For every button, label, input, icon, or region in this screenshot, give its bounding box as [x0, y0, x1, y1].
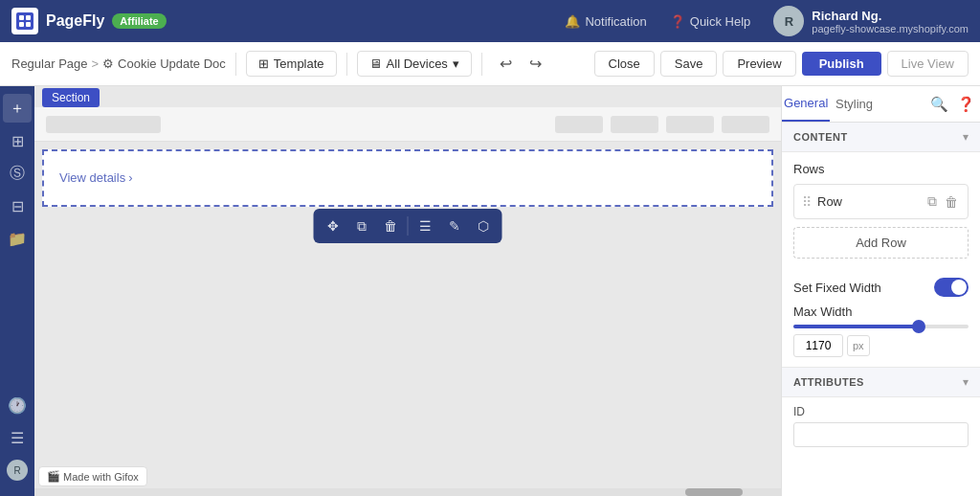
fixed-width-row: Set Fixed Width [782, 268, 980, 301]
float-move-button[interactable]: ✥ [320, 213, 346, 239]
float-edit-button[interactable]: ✎ [441, 213, 468, 239]
chevron-down-icon: ▾ [453, 56, 459, 71]
sidebar-history-icon[interactable]: 🕐 [3, 391, 32, 419]
left-sidebar: ＋ ⊞ Ⓢ ⊟ 📁 🕐 ☰ R [0, 86, 34, 496]
sidebar-avatar-small[interactable]: R [3, 456, 32, 485]
section-container[interactable]: View details › ✥ ⧉ 🗑 ☰ ✎ ⬡ [42, 149, 773, 207]
row-label: Row [817, 194, 920, 209]
notification-button[interactable]: 🔔 Notification [557, 11, 654, 33]
fixed-width-label: Set Fixed Width [793, 281, 881, 295]
toolbar-divider-2 [346, 53, 347, 76]
canvas-scrollbar[interactable] [34, 488, 781, 496]
editor-toolbar: Regular Page > ⚙ Cookie Update Doc ⊞ Tem… [0, 42, 980, 86]
section-inner: View details › [44, 151, 771, 204]
float-more-button[interactable]: ⬡ [470, 213, 497, 239]
sidebar-add-button[interactable]: ＋ [3, 94, 32, 123]
rows-content: Rows ⠿ Row ⧉ 🗑 Add Row [782, 152, 980, 268]
attributes-chevron-icon: ▾ [963, 375, 969, 389]
main-layout: ＋ ⊞ Ⓢ ⊟ 📁 🕐 ☰ R Section Vie [0, 86, 980, 496]
panel-tabs-row: General Styling 🔍 ❓ [782, 86, 980, 123]
canvas-scrollbar-thumb[interactable] [685, 488, 743, 496]
width-input-row: px [793, 334, 969, 357]
row-copy-button[interactable]: ⧉ [925, 192, 939, 212]
svg-rect-1 [19, 15, 24, 20]
content-section-header[interactable]: CONTENT ▾ [782, 123, 980, 152]
template-icon: ⊞ [258, 56, 269, 71]
header-placeholder-2 [555, 116, 603, 133]
drag-handle-icon[interactable]: ⠿ [802, 194, 812, 210]
top-navigation: PageFly Affiliate 🔔 Notification ❓ Quick… [0, 0, 980, 42]
canvas-area: Section View details › ✥ ⧉ 🗑 [34, 86, 781, 496]
header-placeholder-4 [666, 116, 714, 133]
slider-row [793, 325, 969, 328]
tab-general[interactable]: General [782, 86, 830, 122]
device-selector[interactable]: 🖥 All Devices ▾ [357, 51, 472, 77]
section-tag[interactable]: Section [42, 88, 100, 107]
user-info: R Richard Ng. pagefly-showcase.myshopify… [773, 6, 969, 36]
svg-rect-0 [16, 12, 33, 30]
gear-icon: ⚙ [102, 56, 114, 71]
undo-button[interactable]: ↩ [492, 51, 520, 77]
sidebar-folder-icon[interactable]: 📁 [3, 224, 32, 253]
logo-area: PageFly Affiliate [11, 8, 167, 34]
user-name: Richard Ng. [812, 9, 969, 23]
row-delete-button[interactable]: 🗑 [943, 192, 960, 212]
float-delete-button[interactable]: 🗑 [377, 213, 404, 239]
undo-redo-group: ↩ ↪ [492, 51, 549, 77]
toolbar-divider-3 [481, 53, 482, 76]
publish-button[interactable]: Publish [802, 52, 881, 76]
max-width-input[interactable] [793, 334, 843, 357]
row-actions: ⧉ 🗑 [925, 192, 960, 212]
float-divider [408, 216, 409, 236]
redo-button[interactable]: ↪ [522, 51, 549, 77]
sidebar-grid-icon[interactable]: ⊟ [3, 192, 32, 220]
preview-button[interactable]: Preview [723, 51, 795, 77]
pagefly-logo-icon [11, 8, 38, 34]
section-label-area: Section [34, 86, 107, 108]
svg-rect-2 [26, 15, 31, 20]
sidebar-shopify-icon[interactable]: Ⓢ [3, 159, 32, 188]
right-panel: General Styling 🔍 ❓ CONTENT ▾ Rows ⠿ Row… [781, 86, 980, 496]
quick-help-button[interactable]: ❓ Quick Help [662, 11, 759, 33]
attributes-section: ATTRIBUTES ▾ ID [782, 367, 980, 455]
max-width-section: Max Width px [782, 301, 980, 367]
float-duplicate-button[interactable]: ⧉ [348, 213, 375, 239]
panel-help-icon[interactable]: ❓ [953, 91, 980, 118]
id-input[interactable] [793, 422, 969, 447]
template-button[interactable]: ⊞ Template [246, 51, 337, 77]
id-field-section: ID [782, 397, 980, 455]
sidebar-list-icon[interactable]: ☰ [3, 423, 32, 452]
header-placeholder-5 [722, 116, 769, 133]
breadcrumb-separator: > [92, 56, 100, 71]
add-row-button[interactable]: Add Row [793, 227, 969, 259]
page-header-bar [34, 107, 781, 142]
fixed-width-toggle[interactable] [934, 278, 969, 297]
toggle-knob [951, 280, 967, 295]
breadcrumb-doc[interactable]: Cookie Update Doc [118, 56, 226, 71]
user-shop: pagefly-showcase.myshopify.com [812, 23, 969, 34]
user-details: Richard Ng. pagefly-showcase.myshopify.c… [812, 9, 969, 34]
close-button[interactable]: Close [594, 51, 655, 77]
attributes-section-header[interactable]: ATTRIBUTES ▾ [782, 368, 980, 397]
sidebar-layers-icon[interactable]: ⊞ [3, 126, 32, 155]
affiliate-badge: Affiliate [112, 13, 166, 29]
content-chevron-icon: ▾ [963, 130, 969, 144]
bell-icon: 🔔 [565, 14, 580, 29]
svg-rect-3 [19, 22, 24, 27]
id-label: ID [793, 405, 969, 418]
view-details-link[interactable]: View details › [59, 170, 756, 185]
rows-label: Rows [793, 162, 969, 176]
tab-styling[interactable]: Styling [830, 87, 878, 121]
width-unit: px [847, 335, 870, 356]
save-button[interactable]: Save [660, 51, 718, 77]
slider-thumb[interactable] [912, 320, 925, 333]
slider-track [793, 325, 969, 328]
avatar: R [773, 6, 804, 36]
slider-fill [793, 325, 916, 328]
attributes-section-title: ATTRIBUTES [793, 376, 864, 388]
panel-search-icon[interactable]: 🔍 [926, 91, 953, 118]
breadcrumb-page[interactable]: Regular Page [11, 56, 88, 71]
toolbar-divider-1 [235, 53, 236, 76]
live-view-button[interactable]: Live View [887, 51, 969, 77]
float-layout-button[interactable]: ☰ [412, 213, 439, 239]
